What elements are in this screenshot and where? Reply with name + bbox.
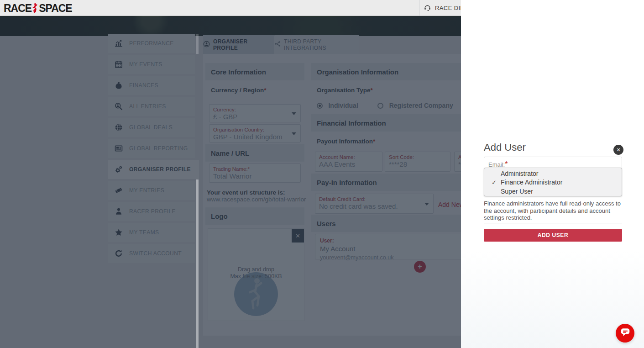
dropdown-option-label: Administrator	[501, 170, 538, 177]
check-icon: ✓	[492, 179, 497, 186]
sidebar-scrollbar-top	[196, 34, 199, 54]
dropdown-option-label: Super User	[501, 188, 533, 195]
dropdown-option-label: Finance Administrator	[501, 179, 562, 186]
chat-widget-button[interactable]	[616, 324, 634, 343]
add-user-title: Add User	[484, 142, 526, 153]
chat-bubble-icon	[620, 327, 631, 340]
dropdown-option-finance-administrator[interactable]: ✓ Finance Administrator	[484, 178, 622, 187]
required-asterisk: *	[505, 160, 508, 168]
add-user-submit-button[interactable]: ADD USER	[484, 229, 622, 242]
dropdown-option-super-user[interactable]: Super User	[484, 187, 622, 196]
permission-dropdown: Administrator ✓ Finance Administrator Su…	[484, 168, 622, 196]
close-panel-icon[interactable]: ✕	[613, 145, 623, 155]
permission-description: Finance administrators have full read-on…	[484, 200, 623, 221]
sidebar-scrollbar[interactable]	[196, 179, 199, 348]
modal-backdrop[interactable]	[0, 16, 461, 348]
modal-backdrop-header	[0, 0, 461, 16]
app-root: RACE SPACE RACE DIRECTORS BROWSE EVENTS	[0, 0, 644, 348]
divider	[484, 223, 622, 223]
add-user-panel: Add User Email:* Administrator ✓ Finance…	[461, 0, 644, 348]
dropdown-option-administrator[interactable]: Administrator	[484, 169, 622, 178]
email-label: Email:	[488, 161, 505, 168]
